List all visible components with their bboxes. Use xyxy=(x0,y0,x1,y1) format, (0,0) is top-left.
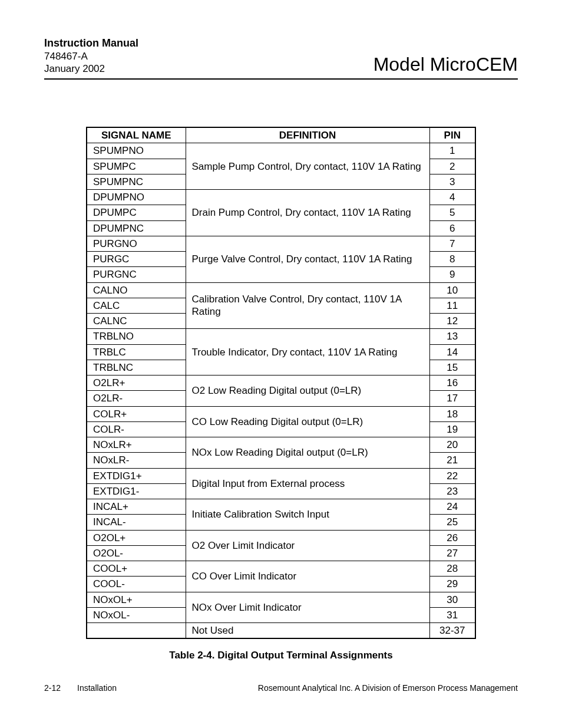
signal-cell: NOxOL+ xyxy=(87,592,186,607)
pin-cell: 12 xyxy=(429,314,475,329)
table-row: O2OL+O2 Over Limit Indicator26 xyxy=(87,530,475,545)
pin-cell: 11 xyxy=(429,298,475,313)
signal-cell: O2OL- xyxy=(87,545,186,561)
signal-cell: O2OL+ xyxy=(87,530,186,545)
table-row: SPUMPNOSample Pump Control, Dry contact,… xyxy=(87,143,475,159)
pin-cell: 10 xyxy=(429,282,475,298)
signal-cell: PURGNC xyxy=(87,267,186,282)
pin-cell: 22 xyxy=(429,468,475,483)
signal-cell: NOxLR+ xyxy=(87,437,186,453)
definition-cell: Drain Pump Control, Dry contact, 110V 1A… xyxy=(186,190,429,236)
footer-left: 2-12 Installation xyxy=(44,683,117,693)
signal-cell: EXTDIG1+ xyxy=(87,468,186,483)
manual-title: Instruction Manual xyxy=(44,37,138,50)
pin-cell: 20 xyxy=(429,437,475,453)
pin-cell: 5 xyxy=(429,205,475,220)
table-row: NOxOL+NOx Over Limit Indicator30 xyxy=(87,592,475,607)
page: Instruction Manual 748467-A January 2002… xyxy=(0,0,562,728)
signal-cell: COLR- xyxy=(87,421,186,437)
table-row: Not Used32-37 xyxy=(87,623,475,639)
table-row: NOxLR+NOx Low Reading Digital output (0=… xyxy=(87,437,475,453)
signal-cell: SPUMPNO xyxy=(87,143,186,159)
signal-cell: TRBLNO xyxy=(87,329,186,344)
pin-cell: 29 xyxy=(429,577,475,592)
signal-cell: COOL- xyxy=(87,577,186,592)
pin-cell: 18 xyxy=(429,406,475,421)
definition-cell: Purge Valve Control, Dry contact, 110V 1… xyxy=(186,236,429,282)
definition-cell: Initiate Calibration Switch Input xyxy=(186,499,429,531)
signal-cell: INCAL- xyxy=(87,515,186,530)
page-footer: 2-12 Installation Rosemount Analytical I… xyxy=(44,683,518,693)
definition-cell: NOx Low Reading Digital output (0=LR) xyxy=(186,437,429,469)
pin-cell: 31 xyxy=(429,607,475,622)
signal-cell: PURGC xyxy=(87,252,186,267)
signal-cell: CALNC xyxy=(87,314,186,329)
signal-cell: COOL+ xyxy=(87,561,186,577)
section-name: Installation xyxy=(77,683,117,693)
pin-cell: 26 xyxy=(429,530,475,545)
definition-cell: Not Used xyxy=(186,623,429,639)
definition-cell: Digital Input from External process xyxy=(186,468,429,499)
signal-cell: SPUMPC xyxy=(87,159,186,174)
doc-number: 748467-A xyxy=(44,50,138,62)
signal-cell: NOxOL- xyxy=(87,607,186,622)
signal-cell: CALC xyxy=(87,298,186,313)
pin-cell: 6 xyxy=(429,220,475,236)
pin-cell: 16 xyxy=(429,375,475,391)
signal-cell xyxy=(87,623,186,639)
definition-cell: O2 Low Reading Digital output (0=LR) xyxy=(186,375,429,407)
signal-cell: O2LR+ xyxy=(87,375,186,391)
pin-cell: 32-37 xyxy=(429,623,475,639)
signal-cell: DPUMPNC xyxy=(87,220,186,236)
table-row: DPUMPNODrain Pump Control, Dry contact, … xyxy=(87,190,475,205)
col-header-definition: DEFINITION xyxy=(186,127,429,143)
page-header: Instruction Manual 748467-A January 2002… xyxy=(44,37,518,80)
pin-cell: 27 xyxy=(429,545,475,561)
definition-cell: NOx Over Limit Indicator xyxy=(186,592,429,623)
signal-cell: TRBLNC xyxy=(87,360,186,375)
table-row: COOL+CO Over Limit Indicator28 xyxy=(87,561,475,577)
pin-cell: 7 xyxy=(429,236,475,251)
signal-cell: DPUMPC xyxy=(87,205,186,220)
definition-cell: CO Over Limit Indicator xyxy=(186,561,429,592)
signal-cell: EXTDIG1- xyxy=(87,483,186,499)
pin-cell: 17 xyxy=(429,391,475,406)
terminal-assignments-table: SIGNAL NAMEDEFINITIONPINSPUMPNOSample Pu… xyxy=(86,127,476,639)
signal-cell: CALNO xyxy=(87,282,186,298)
pin-cell: 23 xyxy=(429,483,475,499)
pin-cell: 19 xyxy=(429,421,475,437)
table-container: SIGNAL NAMEDEFINITIONPINSPUMPNOSample Pu… xyxy=(86,127,476,661)
table-row: O2LR+O2 Low Reading Digital output (0=LR… xyxy=(87,375,475,391)
pin-cell: 2 xyxy=(429,159,475,174)
signal-cell: COLR+ xyxy=(87,406,186,421)
definition-cell: Calibration Valve Control, Dry contact, … xyxy=(186,282,429,329)
table-row: TRBLNOTrouble Indicator, Dry contact, 11… xyxy=(87,329,475,344)
signal-cell: O2LR- xyxy=(87,391,186,406)
page-number: 2-12 xyxy=(44,683,61,693)
signal-cell: SPUMPNC xyxy=(87,174,186,189)
table-row: EXTDIG1+Digital Input from External proc… xyxy=(87,468,475,483)
header-left: Instruction Manual 748467-A January 2002 xyxy=(44,37,138,75)
pin-cell: 30 xyxy=(429,592,475,607)
signal-cell: PURGNO xyxy=(87,236,186,251)
table-row: COLR+CO Low Reading Digital output (0=LR… xyxy=(87,406,475,421)
col-header-signal: SIGNAL NAME xyxy=(87,127,186,143)
table-row: INCAL+Initiate Calibration Switch Input2… xyxy=(87,499,475,515)
signal-cell: DPUMPNO xyxy=(87,190,186,205)
pin-cell: 28 xyxy=(429,561,475,577)
company-line: Rosemount Analytical Inc. A Division of … xyxy=(258,683,518,693)
definition-cell: CO Low Reading Digital output (0=LR) xyxy=(186,406,429,437)
col-header-pin: PIN xyxy=(429,127,475,143)
signal-cell: INCAL+ xyxy=(87,499,186,515)
pin-cell: 13 xyxy=(429,329,475,344)
pin-cell: 1 xyxy=(429,143,475,159)
pin-cell: 14 xyxy=(429,344,475,360)
pin-cell: 21 xyxy=(429,453,475,468)
pin-cell: 15 xyxy=(429,360,475,375)
pin-cell: 9 xyxy=(429,267,475,282)
pin-cell: 25 xyxy=(429,515,475,530)
model-name: Model MicroCEM xyxy=(373,55,518,75)
doc-date: January 2002 xyxy=(44,62,138,75)
table-caption: Table 2-4. Digital Output Terminal Assig… xyxy=(86,650,476,661)
definition-cell: Sample Pump Control, Dry contact, 110V 1… xyxy=(186,143,429,190)
